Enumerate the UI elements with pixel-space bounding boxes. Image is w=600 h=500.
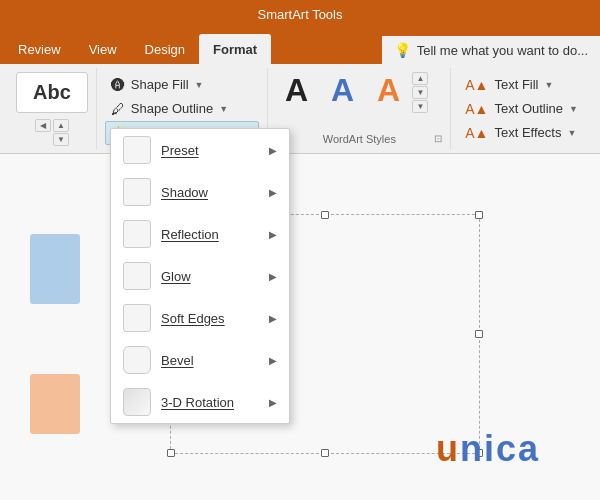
soft-edges-label: Soft Edges [161,311,259,326]
shape-outline-icon: 🖊 [111,101,125,117]
tell-me-bar[interactable]: 💡 Tell me what you want to do... [382,36,600,64]
glow-icon [123,262,151,290]
menu-item-glow[interactable]: Glow ▶ [111,255,289,297]
unica-i: i [484,428,496,469]
bevel-icon [123,346,151,374]
wordart-expand-icon[interactable]: ⊡ [434,133,446,145]
ribbon-tabs: Review View Design Format 💡 Tell me what… [0,28,600,64]
wordart-scroll-up[interactable]: ▲ [412,72,428,85]
handle-top-right[interactable] [475,211,483,219]
shape-effects-dropdown: Preset ▶ Shadow ▶ Reflection ▶ Glow ▶ So… [110,128,290,424]
handle-bottom-middle[interactable] [321,449,329,457]
reflection-label: Reflection [161,227,259,242]
wordart-a-black[interactable]: A [276,72,316,109]
scroll-down-btn[interactable]: ▼ [53,133,69,146]
wordart-section-label: WordArt Styles [276,129,442,145]
shape-blue[interactable] [30,234,80,304]
wordart-a-orange[interactable]: A [368,72,408,109]
main-content: unica [0,154,600,500]
section-wordart: A A A ▲ ▼ ▼ WordArt Styles ⊡ [268,68,451,149]
text-fill-icon: A▲ [465,77,488,93]
shadow-label: Shadow [161,185,259,200]
unica-text: unica [436,428,540,470]
bevel-label: Bevel [161,353,259,368]
soft-edges-arrow: ▶ [269,313,277,324]
menu-item-reflection[interactable]: Reflection ▶ [111,213,289,255]
menu-item-3d-rotation[interactable]: 3-D Rotation ▶ [111,381,289,423]
shadow-arrow: ▶ [269,187,277,198]
preset-arrow: ▶ [269,145,277,156]
wordart-row: A A A ▲ ▼ ▼ [276,72,442,113]
shape-fill-label: Shape Fill [131,77,189,92]
menu-item-preset[interactable]: Preset ▶ [111,129,289,171]
unica-n: n [460,428,484,469]
wordart-expand[interactable]: ▼ [412,100,428,113]
unica-u: u [436,428,460,469]
text-outline-button[interactable]: A▲ Text Outline ▼ [459,97,584,121]
title-bar: SmartArt Tools [0,0,600,28]
smartart-area: unica [0,154,600,500]
tab-view[interactable]: View [75,34,131,64]
shape-orange[interactable] [30,374,80,434]
unica-c: c [496,428,518,469]
scroll-left-btn[interactable]: ◀ [35,119,51,132]
text-fill-label: Text Fill [494,77,538,92]
tab-review[interactable]: Review [4,34,75,64]
text-outline-label: Text Outline [494,101,563,116]
ribbon-body: Abc ◀ ▲ ▼ 🅐 Shape Fill ▼ 🖊 Shape Outline… [0,64,600,154]
unica-a: a [518,428,540,469]
reflection-icon [123,220,151,248]
title-bar-label: SmartArt Tools [257,7,342,22]
handle-bottom-left[interactable] [167,449,175,457]
text-effects-icon: A▲ [465,125,488,141]
shape-outline-button[interactable]: 🖊 Shape Outline ▼ [105,97,260,121]
menu-item-soft-edges[interactable]: Soft Edges ▶ [111,297,289,339]
handle-middle-right[interactable] [475,330,483,338]
shape-fill-icon: 🅐 [111,77,125,93]
preset-label: Preset [161,143,259,158]
tab-design[interactable]: Design [131,34,199,64]
text-effects-button[interactable]: A▲ Text Effects ▼ [459,121,584,145]
preset-icon [123,136,151,164]
shape-outline-label: Shape Outline [131,101,213,116]
shape-fill-arrow: ▼ [195,80,204,90]
scroll-up-btn[interactable]: ▲ [53,119,69,132]
soft-edges-icon [123,304,151,332]
lightbulb-icon: 💡 [394,42,411,58]
tell-me-text: Tell me what you want to do... [417,43,588,58]
section-text-tools: A▲ Text Fill ▼ A▲ Text Outline ▼ A▲ Text… [451,68,592,149]
tab-format[interactable]: Format [199,34,271,64]
section-shapes: Abc ◀ ▲ ▼ [8,68,97,149]
3d-rotation-label: 3-D Rotation [161,395,259,410]
wordart-letters: A A A [276,72,408,109]
shape-fill-button[interactable]: 🅐 Shape Fill ▼ [105,73,260,97]
abc-button[interactable]: Abc [16,72,88,113]
wordart-a-blue[interactable]: A [322,72,362,109]
reflection-arrow: ▶ [269,229,277,240]
shadow-icon [123,178,151,206]
wordart-nav: ▲ ▼ ▼ [412,72,428,113]
glow-label: Glow [161,269,259,284]
3d-rotation-icon [123,388,151,416]
3d-rotation-arrow: ▶ [269,397,277,408]
glow-arrow: ▶ [269,271,277,282]
bevel-arrow: ▶ [269,355,277,366]
shape-outline-arrow: ▼ [219,104,228,114]
text-effects-label: Text Effects [494,125,561,140]
handle-top-middle[interactable] [321,211,329,219]
text-outline-icon: A▲ [465,101,488,117]
wordart-scroll-down[interactable]: ▼ [412,86,428,99]
text-fill-button[interactable]: A▲ Text Fill ▼ [459,73,584,97]
menu-item-shadow[interactable]: Shadow ▶ [111,171,289,213]
menu-item-bevel[interactable]: Bevel ▶ [111,339,289,381]
